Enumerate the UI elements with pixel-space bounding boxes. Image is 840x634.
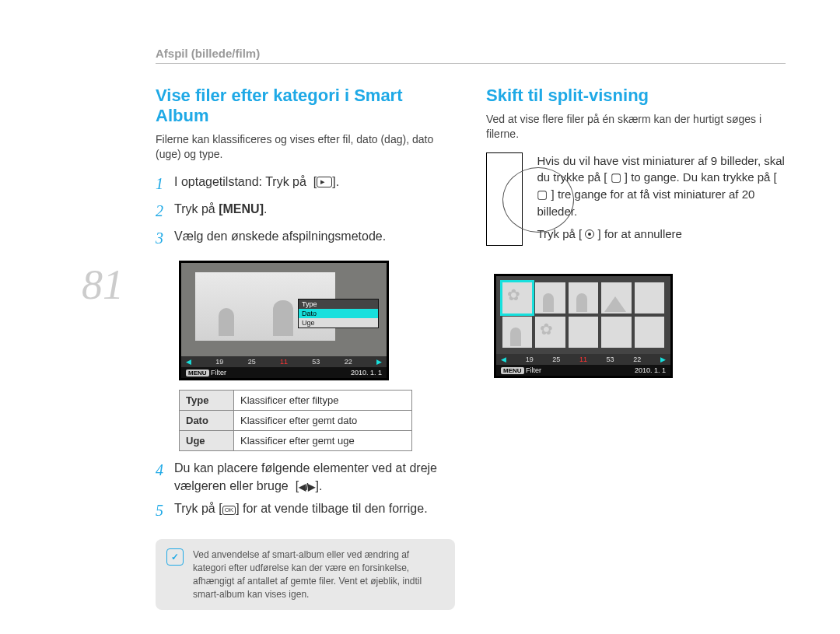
lcd-menu-selected: Dato	[299, 309, 378, 318]
table-cell: Klassificer efter gemt uge	[234, 430, 412, 450]
thumbnail	[601, 282, 631, 313]
strip-value-current: 11	[280, 358, 288, 366]
table-row: Dato Klassificer efter gemt dato	[180, 410, 412, 430]
playback-icon	[317, 177, 332, 187]
thumbnail	[502, 317, 532, 348]
step-text: Tryk på [	[174, 502, 222, 515]
strip-value: 22	[633, 356, 641, 363]
strip-value: 53	[607, 356, 614, 363]
table-header-cell: Uge	[180, 430, 234, 450]
table-header-cell: Type	[180, 390, 234, 410]
left-column: Vise filer efter kategori i Smart Album …	[156, 86, 455, 610]
right-column: Skift til split-visning Ved at vise fler…	[486, 86, 786, 610]
filter-label: Filter	[211, 369, 226, 377]
lcd-footer: MENU Filter 2010. 1. 1	[181, 367, 387, 378]
camera-lcd-grid-figure: 19 25 11 53 22 MENU Filter 2010. 1. 1	[494, 274, 673, 378]
table-cell: Klassificer efter gemt dato	[234, 410, 412, 430]
strip-value: 25	[248, 358, 256, 366]
steps-list: 1 I optagetilstand: Tryk på []. 2 Tryk p…	[156, 173, 455, 250]
intro-text: Ved at vise flere filer på én skærm kan …	[486, 112, 786, 142]
cancel-line: Tryk på [ ] for at annullere	[537, 226, 786, 243]
step-text: ] for at vende tilbage til den forrige.	[236, 502, 427, 515]
intro-text: Filerne kan klassificeres og vises efter…	[156, 132, 455, 162]
strip-value: 22	[345, 358, 352, 366]
filter-label: Filter	[526, 366, 541, 374]
section-title-split-view: Skift til split-visning	[486, 86, 786, 106]
menu-label: [MENU]	[219, 202, 264, 215]
lcd-date: 2010. 1. 1	[635, 366, 666, 374]
step-number: 4	[156, 459, 174, 482]
step-number: 3	[156, 227, 174, 250]
table-header-cell: Dato	[180, 410, 234, 430]
strip-value: 25	[552, 356, 560, 363]
thumbnail	[535, 317, 565, 348]
table-row: Type Klassificer efter filtype	[180, 390, 412, 410]
step-number: 5	[156, 499, 174, 522]
ok-button-icon: OK	[222, 506, 236, 515]
lcd-menu-head: Type	[299, 299, 378, 309]
lcd-menu-row: Uge	[299, 318, 378, 328]
arrow-left-icon	[186, 358, 191, 366]
camera-illustration	[486, 152, 523, 246]
page-number: 81	[82, 261, 124, 309]
thumbnail	[601, 317, 631, 348]
arrow-right-icon	[660, 356, 666, 363]
step-text: .	[264, 202, 267, 215]
thumbnail	[535, 282, 565, 313]
strip-value: 19	[526, 356, 534, 363]
lcd-dropdown: Type Dato Uge	[298, 299, 379, 328]
strip-value: 19	[215, 358, 223, 366]
lcd-date: 2010. 1. 1	[351, 369, 382, 377]
lcd-timeline-strip: 19 25 11 53 22	[181, 356, 387, 367]
table-row: Uge Klassificer efter gemt uge	[180, 430, 412, 450]
thumbnail	[569, 317, 598, 348]
lcd-timeline-strip: 19 25 11 53 22	[496, 354, 670, 365]
step-number: 2	[156, 200, 174, 222]
lcd-footer: MENU Filter 2010. 1. 1	[496, 365, 670, 376]
paragraph: Hvis du vil have vist miniaturer af 9 bi…	[537, 152, 786, 219]
strip-value: 53	[312, 358, 320, 366]
steps-list-cont: 4 Du kan placere følgende elementer ved …	[156, 459, 455, 522]
note-icon: ✓	[166, 548, 184, 566]
step-number: 1	[156, 173, 174, 195]
thumbnail	[635, 317, 664, 348]
note-box: ✓ Ved anvendelse af smart-album eller ve…	[156, 539, 455, 610]
step-text: I optagetilstand: Tryk på	[174, 175, 306, 188]
section-title-smart-album: Vise filer efter kategori i Smart Album	[156, 86, 455, 126]
text: ] for at annullere	[598, 227, 682, 240]
step-text: Tryk på	[174, 202, 215, 215]
camera-lcd-figure: Type Dato Uge 19 25 11 53 22 MENU Filter	[179, 261, 389, 380]
thumbnail	[569, 282, 598, 313]
left-right-arrows-icon	[299, 479, 315, 492]
note-text: Ved anvendelse af smart-album eller ved …	[193, 548, 444, 601]
arrow-right-icon	[376, 358, 382, 366]
thumbnail	[635, 282, 664, 313]
arrow-left-icon	[501, 356, 506, 363]
thumbnail-selected	[502, 282, 532, 313]
breadcrumb: Afspil (billede/film)	[156, 47, 786, 64]
strip-value-current: 11	[579, 356, 587, 363]
table-cell: Klassificer efter filtype	[234, 390, 412, 410]
classification-table: Type Klassificer efter filtype Dato Klas…	[179, 390, 412, 451]
cancel-button-icon	[585, 229, 594, 239]
step-text: Vælg den ønskede afspilningsmetode.	[174, 227, 386, 245]
menu-button-icon: MENU	[186, 370, 209, 377]
menu-button-icon: MENU	[501, 367, 524, 374]
